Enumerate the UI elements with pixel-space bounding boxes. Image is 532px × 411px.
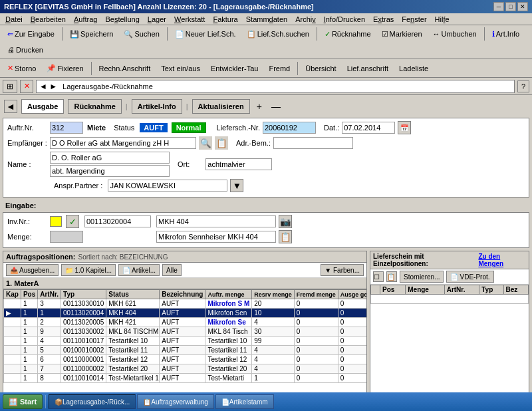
tab-artikel-info[interactable]: Artikel-Info (132, 99, 182, 114)
kapitel-button[interactable]: 📁 1.0 Kapitel... (61, 264, 116, 276)
menu-werkstatt[interactable]: Werkstatt (170, 14, 209, 25)
table-row[interactable]: 1700110000002Testartikel 20AUFTTestartik… (4, 364, 367, 374)
menu-stammdaten[interactable]: Stammdaten (242, 14, 291, 25)
menu-bearbeiten[interactable]: Bearbeiten (27, 14, 70, 25)
entwickler-button[interactable]: Entwickler-Tau (206, 61, 263, 76)
close-button[interactable]: ✕ (517, 2, 528, 11)
art-info-button[interactable]: ℹ Art.Info (487, 27, 524, 41)
bez-cell: Testartikel 12 (205, 355, 252, 364)
menge-input[interactable] (50, 231, 83, 243)
menu-infodrucken[interactable]: Info/Drucken (320, 14, 369, 25)
umbuchen-button[interactable]: ↔ Umbuchen (428, 27, 481, 41)
menu-bestellung[interactable]: Bestellung (101, 14, 143, 25)
menu-hilfe[interactable]: Hilfe (431, 14, 454, 25)
menu-extras[interactable]: Extras (369, 14, 398, 25)
alle-button[interactable]: Alle (162, 264, 182, 276)
suchen-button[interactable]: 🔍 Suchen (119, 27, 164, 41)
ruecknahme-icon: ✓ (325, 30, 331, 39)
menu-datei[interactable]: Datei (1, 14, 27, 25)
inv-nr-input[interactable] (84, 215, 151, 227)
name-input-1[interactable] (50, 152, 170, 164)
nav-close-btn[interactable]: ✕ (20, 80, 33, 93)
inv-desc2-btn[interactable]: 📋 (279, 230, 292, 243)
empfaenger-input[interactable] (50, 137, 196, 149)
right-checkbox[interactable]: ☐ (373, 271, 384, 282)
anspr-input[interactable] (108, 180, 227, 192)
table-row[interactable]: 1600110000001Testartikel 12AUFTTestartik… (4, 355, 367, 364)
table-row[interactable]: 1300113030010MKH 621AUFTMikrofon S M2000… (4, 299, 367, 309)
stornieren-button[interactable]: Stornieren... (400, 271, 444, 283)
right-copy-button[interactable]: 📋 (386, 271, 397, 282)
lief-sch-suchen-button[interactable]: 📋 Lief.Sch.suchen (242, 27, 314, 41)
inv-check-button[interactable]: ✓ (66, 215, 79, 228)
vde-prot-button[interactable]: 📄 VDE-Prot. (446, 271, 493, 283)
ruecknahme-button[interactable]: ✓ Rücknahme (320, 27, 376, 41)
table-cell: 0 (294, 327, 338, 337)
maximize-button[interactable]: □ (505, 2, 516, 11)
table-cell: 6 (38, 355, 61, 364)
table-cell: AUFT (160, 327, 205, 337)
speichern-icon: 💾 (70, 30, 79, 39)
name-input-2[interactable] (50, 165, 170, 177)
taskbar-app-lagerausgabe[interactable]: 📦 Lagerausgabe-/Rück... (49, 394, 136, 409)
menu-fenster[interactable]: Fenster (398, 14, 430, 25)
ladeliste-button[interactable]: Ladeliste (394, 61, 433, 76)
menu-lager[interactable]: Lager (144, 14, 170, 25)
neuer-lieferschein-button[interactable]: 📄 Neuer Lief.Sch. (170, 27, 241, 41)
menu-auftrag[interactable]: Auftrag (70, 14, 101, 25)
markieren-button[interactable]: ☑ Markieren (377, 27, 427, 41)
left-panel-header: Auftragspositionen: Sortiert nach: BEZEI… (3, 251, 366, 263)
drucken-button[interactable]: 🖨 Drucken (3, 43, 48, 57)
miete-badge: Miete (87, 124, 106, 132)
zu-den-mengen-link[interactable]: Zu den Mengen (478, 253, 526, 267)
tab-back-button[interactable]: ◄ (4, 100, 17, 113)
empfaenger-search-button[interactable]: 🔍 (199, 136, 212, 150)
neuer-lieferschein-icon: 📄 (175, 30, 184, 39)
storno-button[interactable]: ✕ Storno (3, 61, 41, 76)
table-row[interactable]: 1200113020005MKH 421AUFTMikrofon Se40000 (4, 318, 367, 327)
taskbar-app-auftragsverwaltung[interactable]: 📋 Auftragsverwaltung (137, 394, 214, 409)
table-cell: 4 (252, 364, 295, 374)
lief-anschrift-button[interactable]: Lief.anschrift (342, 61, 393, 76)
uebersicht-button[interactable]: Übersicht (301, 61, 340, 76)
ausgeben-button[interactable]: 📤 Ausgeben... (6, 264, 59, 276)
table-row[interactable]: 1900113030002MKL 84 TISCHMIKROAUFTMKL 84… (4, 327, 367, 337)
menu-faktura[interactable]: Faktura (209, 14, 241, 25)
lieferschein-input[interactable] (263, 122, 316, 134)
help-button[interactable]: ? (517, 80, 529, 92)
table-row[interactable]: 1400110010017Testartikel 10AUFTTestartik… (4, 337, 367, 346)
ort-input[interactable] (205, 158, 272, 170)
dat-input[interactable] (342, 122, 395, 134)
calendar-button[interactable]: 📅 (398, 121, 411, 134)
nav-icon-grid[interactable]: ⊞ (3, 80, 17, 93)
empfaenger-edit-button[interactable]: 📋 (215, 136, 228, 150)
minimize-button[interactable]: ─ (493, 2, 504, 11)
speichern-button[interactable]: 💾 Speichern (65, 27, 118, 41)
tab-add-button[interactable]: + (254, 101, 265, 112)
tab-ausgabe[interactable]: Ausgabe (21, 99, 64, 114)
table-row[interactable]: 1500100010002Testartikel 11AUFTTestartik… (4, 346, 367, 355)
adr-bem-input[interactable] (273, 137, 353, 149)
table-cell: AUFT (160, 337, 205, 346)
tab-aktualisieren[interactable]: Aktualisieren (192, 99, 250, 114)
table-cell: 0 (294, 355, 338, 364)
inv-scan-button[interactable]: 📷 (279, 215, 292, 228)
start-button[interactable]: 🪟 Start (3, 394, 43, 409)
zur-eingabe-button[interactable]: ⇐ Zur Eingabe (3, 27, 59, 41)
text-einaus-button[interactable]: Text ein/aus (156, 61, 205, 76)
taskbar-app-artikelstamm[interactable]: 📄 Artikelstamm (215, 394, 274, 409)
inv-desc2-input[interactable] (156, 231, 276, 243)
farben-button[interactable]: ▼ Farben... (321, 264, 364, 276)
table-row[interactable]: 1800110010014Test-Mietartikel 1 xxAUFTTe… (4, 374, 367, 383)
tab-remove-button[interactable]: — (269, 101, 283, 112)
table-row[interactable]: ▶1100113020004MKH 404AUFTMikrofon Sen100… (4, 309, 367, 318)
rechn-anschrift-button[interactable]: Rechn.Anschrift (94, 61, 156, 76)
artikel-button[interactable]: 📄 Artikel... (118, 264, 160, 276)
menu-archiv[interactable]: Archiv (291, 14, 320, 25)
auftrnr-input[interactable] (50, 122, 83, 134)
inv-desc-input[interactable] (156, 215, 276, 227)
fixieren-button[interactable]: 📌 Fixieren (42, 61, 88, 76)
anspr-dropdown-btn[interactable]: ▼ (230, 179, 243, 192)
tab-ruecknahme[interactable]: Rücknahme (68, 99, 121, 114)
fremd-button[interactable]: Fremd (264, 61, 295, 76)
